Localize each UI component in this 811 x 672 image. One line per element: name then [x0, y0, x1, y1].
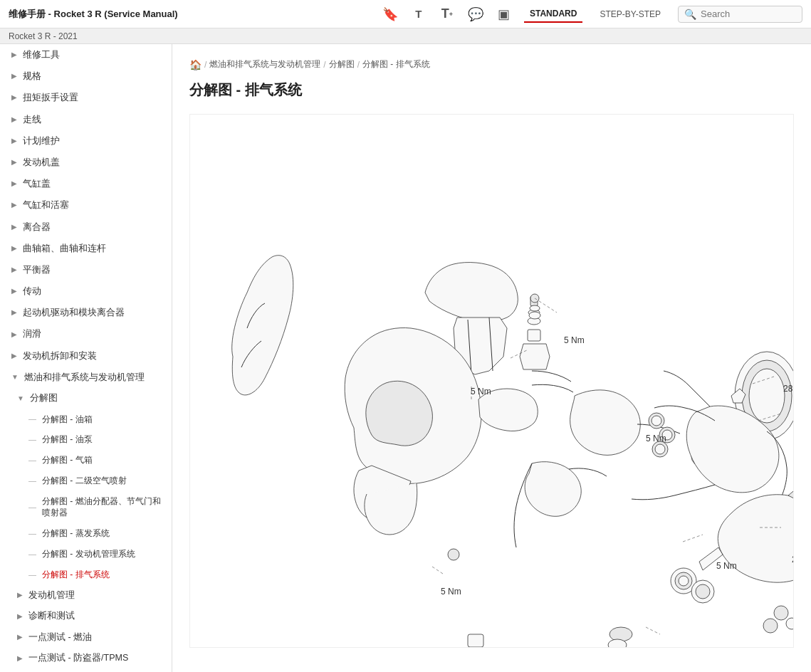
breadcrumb-item-2[interactable]: 分解图 [329, 58, 355, 70]
sidebar-item-label: 传动 [23, 285, 41, 298]
dash-icon: — [28, 455, 36, 466]
svg-line-45 [646, 627, 660, 634]
sidebar-item[interactable]: ▶起动机驱动和模块离合器 [0, 302, 172, 323]
svg-rect-5 [528, 330, 540, 341]
sidebar-item[interactable]: ▶发动机盖 [0, 152, 172, 173]
sidebar-item[interactable]: ▶传动 [0, 280, 172, 302]
chevron-right-icon: ▶ [11, 243, 17, 253]
sidebar-item[interactable]: —分解图 - 燃油分配器、节气门和喷射器 [0, 491, 172, 524]
left-heat-shield [232, 256, 293, 395]
torque-label-t4: 28 Nm [783, 384, 794, 394]
right-lower-body [699, 478, 794, 633]
sidebar-item[interactable]: ▶一点测试 - 防盗器/TPMS [0, 648, 172, 669]
font-decrease-icon[interactable]: T [410, 6, 427, 23]
sidebar-item-label: 分解图 [30, 392, 58, 405]
breadcrumb-item-1[interactable]: 燃油和排气系统与发动机管理 [209, 58, 320, 70]
sidebar-item[interactable]: —分解图 - 蒸发系统 [0, 523, 172, 544]
sidebar-item-label: 润滑 [23, 327, 41, 340]
sidebar-item[interactable]: ▶发动机管理 [0, 585, 172, 607]
sidebar-item-label: 规格 [23, 70, 41, 83]
home-icon[interactable]: 🏠 [189, 59, 202, 70]
svg-point-33 [448, 549, 459, 560]
chevron-right-icon: ▶ [11, 330, 17, 340]
svg-line-44 [432, 567, 443, 574]
svg-point-32 [529, 312, 540, 319]
sidebar-item-label: 分解图 - 燃油分配器、节气门和喷射器 [42, 495, 163, 520]
sidebar-item-label: 发动机拆卸和安装 [23, 350, 97, 362]
torque-label-t8: 5 Nm [441, 587, 461, 597]
torque-label-t3: 5 Nm [646, 434, 666, 443]
sidebar-item[interactable]: ▶发动机拆卸和安装 [0, 345, 172, 367]
sidebar-item[interactable]: ▼分解图 [0, 388, 172, 409]
sidebar-item-label: 走线 [23, 113, 41, 126]
sidebar-item[interactable]: ▶离合器 [0, 216, 172, 238]
sidebar-item[interactable]: ▶维修工具 [0, 44, 172, 65]
chevron-right-icon: ▶ [17, 632, 23, 642]
font-increase-icon[interactable]: T+ [439, 6, 456, 23]
search-icon: 🔍 [684, 9, 696, 20]
dash-icon: — [28, 434, 36, 445]
sidebar-item[interactable]: ▶平衡器 [0, 259, 172, 280]
sidebar-item[interactable]: ▶气缸和活塞 [0, 194, 172, 216]
sidebar-item-label: 发动机盖 [23, 156, 60, 169]
svg-point-23 [679, 576, 689, 586]
sidebar-item-label: 分解图 - 气箱 [42, 454, 93, 466]
svg-rect-34 [468, 634, 483, 647]
search-input[interactable] [701, 9, 796, 19]
svg-point-18 [655, 444, 665, 454]
torque-label-t6: 5 Nm [716, 561, 737, 571]
sidebar-item[interactable]: ▶计划维护 [0, 130, 172, 152]
sidebar-item[interactable]: ▶走线 [0, 109, 172, 130]
sidebar-item-label: 一点测试 - 防盗器/TPMS [28, 652, 128, 665]
layout-icon[interactable]: ▣ [496, 6, 513, 23]
svg-line-42 [683, 535, 703, 542]
app-title: 维修手册 - Rocket 3 R (Service Manual) [9, 8, 178, 21]
chevron-right-icon: ▶ [11, 351, 17, 361]
dash-icon: — [28, 476, 36, 486]
sidebar-item[interactable]: ▶气缸盖 [0, 173, 172, 194]
chevron-right-icon: ▶ [17, 590, 23, 600]
page-title: 分解图 - 排气系统 [189, 80, 794, 100]
sidebar-item[interactable]: —分解图 - 油泵 [0, 429, 172, 450]
sidebar-item[interactable]: ▶扭矩扳手设置 [0, 87, 172, 108]
svg-point-28 [763, 619, 778, 633]
breadcrumb-item-3[interactable]: 分解图 - 排气系统 [362, 58, 430, 70]
sidebar-item[interactable]: —分解图 - 油箱 [0, 409, 172, 430]
chevron-right-icon: ▶ [11, 222, 17, 232]
svg-point-31 [530, 305, 540, 311]
comment-icon[interactable]: 💬 [467, 6, 484, 23]
torque-label-t2: 5 Nm [471, 387, 491, 397]
sidebar-item[interactable]: ▶润滑 [0, 323, 172, 345]
sidebar-item[interactable]: —分解图 - 气箱 [0, 450, 172, 471]
sidebar-item-label: 曲轴箱、曲轴和连杆 [23, 242, 106, 255]
sidebar-item[interactable]: —分解图 - 排气系统 [0, 565, 172, 585]
sidebar-item-label: 气缸盖 [23, 177, 51, 190]
chevron-right-icon: ▶ [11, 179, 17, 189]
exhaust-main-body [345, 328, 538, 535]
sidebar-item[interactable]: ▶拆卸和安装 - 燃油和空气部件 [0, 669, 172, 672]
nav-stepbystep-button[interactable]: STEP-BY-STEP [594, 6, 666, 22]
content-area: 🏠 / 燃油和排气系统与发动机管理 / 分解图 / 分解图 - 排气系统 分解图… [172, 44, 811, 672]
chevron-right-icon: ▶ [11, 115, 17, 125]
sidebar-item-label: 离合器 [23, 221, 51, 233]
svg-point-25 [696, 584, 710, 599]
chevron-right-icon: ▶ [11, 50, 17, 60]
sidebar-item-label: 气缸和活塞 [23, 199, 69, 211]
dash-icon: — [28, 549, 36, 560]
app-subtitle: Rocket 3 R - 2021 [9, 31, 78, 41]
sidebar-item-label: 分解图 - 蒸发系统 [42, 527, 110, 540]
sidebar-item[interactable]: ▶诊断和测试 [0, 606, 172, 627]
sidebar-item[interactable]: ▶曲轴箱、曲轴和连杆 [0, 238, 172, 259]
sidebar-item-label: 发动机管理 [28, 589, 75, 602]
chevron-right-icon: ▶ [11, 200, 17, 210]
sidebar-item[interactable]: ▼燃油和排气系统与发动机管理 [0, 367, 172, 388]
sidebar-item[interactable]: —分解图 - 发动机管理系统 [0, 544, 172, 565]
svg-point-26 [774, 606, 788, 620]
exploded-diagram-svg: .diagram-line { stroke: #333; stroke-wid… [190, 115, 794, 648]
sidebar-item[interactable]: ▶一点测试 - 燃油 [0, 627, 172, 649]
sidebar-item[interactable]: ▶规格 [0, 65, 172, 87]
nav-standard-button[interactable]: STANDARD [524, 6, 582, 23]
sidebar-item[interactable]: —分解图 - 二级空气喷射 [0, 471, 172, 491]
bookmark-icon[interactable]: 🔖 [382, 6, 399, 23]
sidebar-item-label: 计划维护 [23, 135, 60, 147]
